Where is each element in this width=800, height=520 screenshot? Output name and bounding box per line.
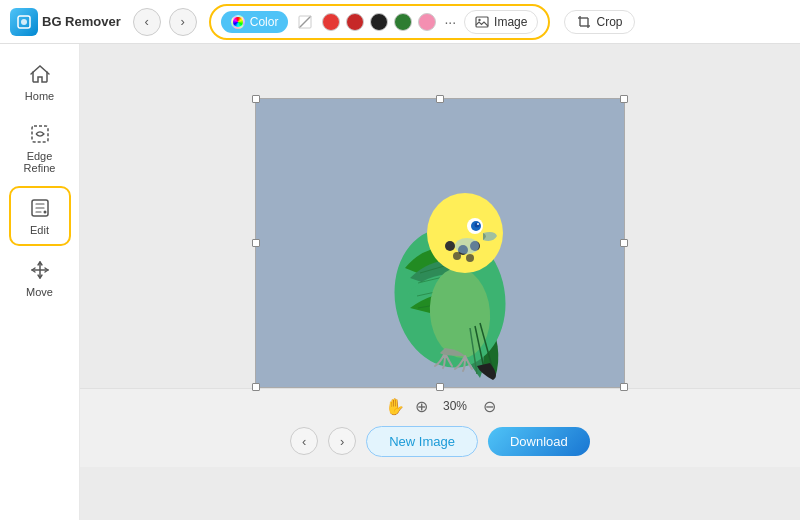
swatch-black[interactable] (370, 13, 388, 31)
sidebar-item-home[interactable]: Home (9, 54, 71, 110)
sidebar-item-edit[interactable]: Edit (9, 186, 71, 246)
bird-image (255, 98, 625, 388)
color-wheel-icon (231, 15, 245, 29)
sidebar-item-move[interactable]: Move (9, 250, 71, 306)
pan-icon[interactable]: ✋ (385, 397, 405, 416)
transparent-button[interactable] (294, 11, 316, 33)
svg-point-28 (475, 222, 480, 227)
action-bar-inner: ‹ › New Image Download (80, 426, 800, 457)
zoom-in-icon[interactable]: ⊕ (415, 397, 428, 416)
svg-point-30 (455, 238, 479, 254)
sidebar: Home Edge Refine Edit (0, 44, 80, 520)
svg-point-24 (453, 252, 461, 260)
toolbar-group: Color ··· Image (209, 4, 551, 40)
svg-line-2 (299, 16, 311, 28)
app-header: BG Remover ‹ › Color ··· (0, 0, 800, 44)
swatch-green[interactable] (394, 13, 412, 31)
redo-button[interactable]: › (169, 8, 197, 36)
new-image-button[interactable]: New Image (366, 426, 478, 457)
more-colors-button[interactable]: ··· (442, 14, 458, 30)
app-logo: BG Remover (10, 8, 121, 36)
next-image-button[interactable]: › (328, 427, 356, 455)
sidebar-item-move-label: Move (26, 286, 53, 298)
move-icon (28, 258, 52, 282)
color-tool-button[interactable]: Color (221, 11, 289, 33)
svg-point-21 (445, 241, 455, 251)
image-container[interactable] (255, 98, 625, 388)
swatch-pink[interactable] (418, 13, 436, 31)
svg-point-29 (477, 223, 479, 225)
sidebar-item-edge-refine[interactable]: Edge Refine (9, 114, 71, 182)
image-tool-button[interactable]: Image (464, 10, 538, 34)
logo-icon (10, 8, 38, 36)
main-area: Home Edge Refine Edit (0, 44, 800, 520)
svg-rect-4 (476, 17, 488, 27)
zoom-level: 30% (438, 399, 473, 413)
home-icon (28, 62, 52, 86)
image-icon (475, 15, 489, 29)
canvas-area: ✋ ⊕ 30% ⊖ ‹ › New Image Download (80, 44, 800, 520)
action-bar: ‹ › New Image Download (80, 420, 800, 467)
sidebar-item-edit-label: Edit (30, 224, 49, 236)
svg-point-25 (466, 254, 474, 262)
download-button[interactable]: Download (488, 427, 590, 456)
bottom-controls: ✋ ⊕ 30% ⊖ ‹ › New Image Download (80, 388, 800, 467)
crop-icon (577, 15, 591, 29)
undo-button[interactable]: ‹ (133, 8, 161, 36)
svg-point-5 (478, 18, 480, 20)
crop-tool-button[interactable]: Crop (564, 10, 635, 34)
svg-point-12 (43, 211, 46, 214)
sidebar-item-edge-refine-label: Edge Refine (13, 150, 67, 174)
edge-refine-icon (28, 122, 52, 146)
prev-image-button[interactable]: ‹ (290, 427, 318, 455)
swatch-darkred[interactable] (346, 13, 364, 31)
svg-point-1 (21, 19, 27, 25)
zoom-bar: ✋ ⊕ 30% ⊖ (80, 389, 800, 420)
svg-rect-10 (32, 126, 48, 142)
edit-icon (28, 196, 52, 220)
swatch-red[interactable] (322, 13, 340, 31)
sidebar-item-home-label: Home (25, 90, 54, 102)
zoom-out-icon[interactable]: ⊖ (483, 397, 496, 416)
